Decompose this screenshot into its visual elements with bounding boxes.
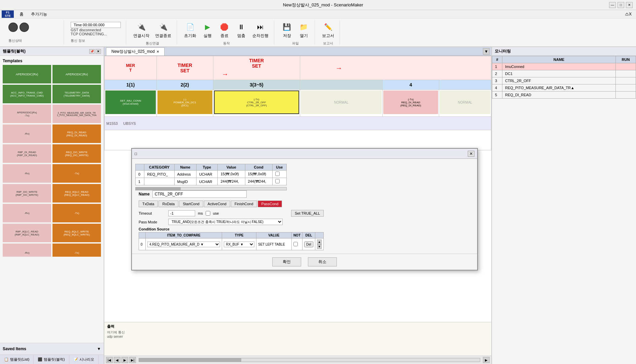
timeout-input[interactable] [168, 210, 195, 216]
row-use-1[interactable] [272, 178, 286, 185]
template-item[interactable]: -Rx) [3, 124, 51, 143]
cond-scroll-down[interactable]: ▼ [317, 244, 322, 249]
close-button[interactable]: ✕ [626, 2, 633, 8]
template-item[interactable]: ACC_INFO_TRANS_CMD(ACC_INFO_TRANS_CMD) [3, 85, 51, 103]
rxdata-tab[interactable]: RxData [158, 201, 178, 207]
dialog: □ ✕ CATEGORY Name Type Value Cond Use [131, 148, 478, 270]
row-category-1 [144, 178, 174, 185]
cond-del-0[interactable]: Del [302, 239, 315, 250]
cond-row-0[interactable]: 0 4.REQ_PITO_MEASURE_AIR_D ▼ RX_BUF ▼ [139, 239, 324, 250]
cond-item-select-0[interactable]: 4.REQ_PITO_MEASURE_AIR_D ▼ [147, 242, 220, 247]
cond-item-0[interactable]: 4.REQ_PITO_MEASURE_AIR_D ▼ [146, 239, 222, 250]
data-row-0[interactable]: 0 REQ_PITO_ Address UCHAR 15(₩,0x0f) 15(… [136, 171, 287, 178]
use-checkbox-0[interactable] [275, 172, 280, 176]
template-item[interactable]: -Rx) [3, 204, 51, 222]
template-item[interactable]: APERIODIC(Rx)-Tx) [3, 105, 51, 123]
template-item[interactable]: REQ_8QLC_WRITE(REQ_8QLC_WRITE) [52, 224, 101, 242]
action-buttons: 📄 초기화 ▶ 실행 🛑 종료 ⏸ 멈춤 ⏭ 순차진행 [182, 20, 271, 40]
end-button[interactable]: 🛑 종료 [217, 20, 232, 40]
panel-close-button[interactable]: ✕ [96, 49, 101, 54]
connect-start-button[interactable]: 🔌 연결시작 [131, 20, 151, 40]
nav-prev-button[interactable]: ◀ [114, 357, 120, 363]
template-item[interactable]: APERIODIC(Rx) [3, 65, 51, 83]
template-item[interactable]: R8P_DI_READ(R8P_DI_READ) [3, 144, 51, 163]
scroll-right-button[interactable]: ▶ [483, 357, 490, 363]
use-checkbox-1[interactable] [275, 179, 280, 183]
list-icon: 📋 [4, 357, 9, 362]
txdata-tab[interactable]: TxData [139, 201, 158, 207]
report-button[interactable]: ✏️ 보고서 [320, 20, 336, 40]
data-row-1[interactable]: 1 MsgID UCHAR 244(₩244, 244(₩244, [136, 178, 287, 185]
cancel-button[interactable]: 취소 [308, 257, 337, 266]
step-button[interactable]: ⏭ 순차진행 [250, 20, 271, 40]
nav-first-button[interactable]: |◀ [106, 357, 113, 363]
template-item[interactable]: R8P_8QLC_READ(R8P_8QLC_READ) [3, 224, 51, 242]
pause-button[interactable]: ⏸ 멈춤 [234, 20, 249, 40]
saved-items-expand[interactable]: ▼ [97, 347, 101, 351]
dialog-close-button[interactable]: ✕ [468, 151, 474, 157]
action-power-on[interactable]: (-) POWER_ON_DC1 (DC1) [157, 90, 212, 114]
pass-mode-select[interactable]: TRUE_AND(모든조건 충족시 TRUE/하나라도 아닐시 FALSE) [168, 219, 283, 225]
connect-stop-button[interactable]: 🔌 연결종료 [153, 20, 173, 40]
monitor-row[interactable]: 4 REQ_PITO_MEASURE_AIR_DATA_TR▲ [492, 84, 636, 92]
cond-type-select-0[interactable]: RX_BUF ▼ [224, 242, 254, 247]
template-item[interactable]: -Tx) [52, 244, 101, 257]
passcond-tab[interactable]: PassCond [258, 201, 282, 207]
confirm-button[interactable]: 확인 [272, 257, 301, 266]
action-ctrl-2r[interactable]: (-Tx) CTRL_2R_OFF (CTRL_2R_OFF) [214, 90, 299, 114]
activecond-tab[interactable]: ActiveCond [204, 201, 230, 207]
cond-type-0[interactable]: RX_BUF ▼ [222, 239, 256, 250]
menu-close-button[interactable]: 스X [622, 11, 634, 18]
scenario-tab-close[interactable]: ✕ [156, 50, 159, 53]
template-item[interactable]: TELEMETRY_DATA(TELEMETRY_DATA) [52, 85, 101, 103]
menu-item-extra[interactable]: 추가기능 [28, 11, 50, 18]
cond-scroll-up[interactable]: ▲ [317, 240, 322, 244]
nav-last-button[interactable]: ▶| [129, 357, 136, 363]
monitor-row[interactable]: 1 ImuConned [492, 63, 636, 70]
template-scroll[interactable]: APERIODIC(Rx) APERIODIC(Rx) ACC_INFO_TRA… [3, 65, 101, 257]
template-item[interactable]: -Tx) [52, 164, 101, 183]
run-button[interactable]: ▶ 실행 [200, 20, 215, 40]
template-item[interactable]: 2_PITO_MEASURE_AIR_DATA_TR2_PITO_MEASURE… [52, 105, 101, 123]
template-item[interactable]: REQ_DO_WRITE(REQ_DO_WRITE) [52, 144, 101, 163]
set-true-all-button[interactable]: Set TRUE_ALL [291, 210, 324, 217]
action-set-imu[interactable]: SET_IMU_CONN (ImuConned) [105, 90, 156, 114]
template-item[interactable]: REQ_8QLC_READ(REQ_8QLC_READ) [52, 184, 101, 203]
tab-scenario[interactable]: 📝 시나리오 [69, 355, 99, 364]
minimize-button[interactable]: — [609, 2, 616, 8]
open-button[interactable]: 📁 열기 [296, 20, 311, 40]
finishcond-tab[interactable]: FinishCond [231, 201, 257, 207]
tab-dropdown-button[interactable]: ▼ [483, 48, 490, 55]
monitor-row-run [616, 70, 636, 77]
startcond-tab[interactable]: StartCond [179, 201, 203, 207]
action-req-di-read[interactable]: (-Tx) REQ_DI_READ (REQ_DI_READ) [383, 90, 438, 114]
template-item[interactable]: R8P_DO_WRITE(R8P_DO_WRITE) [3, 184, 51, 203]
row-use-0[interactable] [272, 171, 286, 178]
horizontal-scrollbar[interactable] [139, 358, 480, 362]
nav-next-button[interactable]: ▶ [121, 357, 128, 363]
name-input[interactable] [152, 190, 247, 198]
time-display: Time 00:00:00.000 [71, 22, 121, 28]
template-item[interactable]: -Tx) [52, 204, 101, 222]
not-checkbox-0[interactable] [293, 242, 298, 246]
monitor-row[interactable]: 2 DC1 [492, 70, 636, 77]
reset-button[interactable]: 📄 초기화 [182, 20, 198, 40]
monitor-row[interactable]: 3 CTRL_2R_OFF [492, 77, 636, 84]
template-item[interactable]: -Rx) [3, 244, 51, 257]
tab-template-block[interactable]: ⬛ 템플릿(블럭) [34, 355, 69, 364]
menu-item-home[interactable]: 홈 [16, 11, 27, 18]
horizontal-scrollbar-dialog[interactable] [135, 187, 287, 190]
use-checkbox[interactable] [206, 211, 210, 216]
save-button[interactable]: 💾 저장 [279, 20, 294, 40]
tab-template-list[interactable]: 📋 템플릿(List) [0, 355, 34, 364]
cond-value-0[interactable]: SET LEFT TABLE [256, 239, 291, 250]
monitor-row[interactable]: 5 REQ_DI_READ [492, 92, 636, 99]
template-item[interactable]: -Rx) [3, 164, 51, 183]
cond-not-0[interactable] [291, 239, 302, 250]
scenario-tab[interactable]: New정상발사_025_mod ✕ [106, 47, 165, 56]
del-button-0[interactable]: Del [304, 242, 313, 247]
template-item[interactable]: REQ_DI_READ(REQ_DI_READ) [52, 124, 101, 143]
maximize-button[interactable]: □ [617, 2, 624, 8]
template-item[interactable]: APERIODIC(Rx) [52, 65, 101, 83]
panel-pin-button[interactable]: 📌 [89, 49, 95, 54]
